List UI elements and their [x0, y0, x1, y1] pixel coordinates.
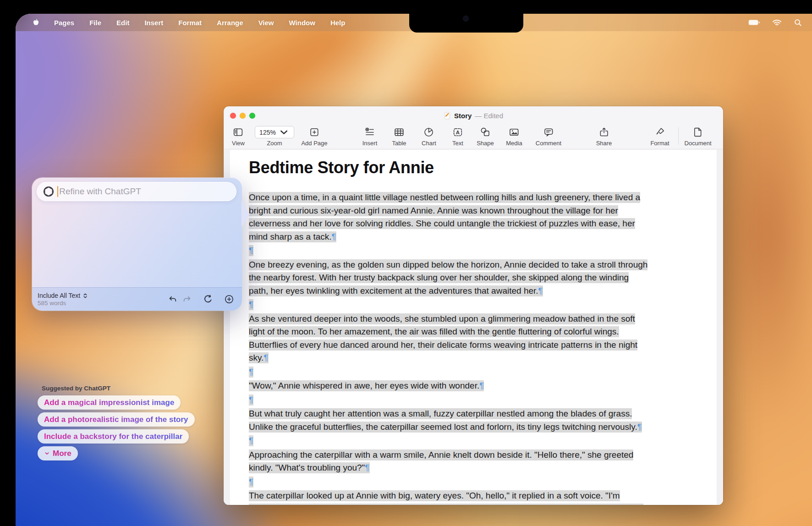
toolbar-label: Document [684, 140, 711, 147]
display-notch [409, 0, 523, 33]
document-body[interactable]: Once upon a time, in a quaint little vil… [249, 191, 694, 505]
suggestion-pill-3[interactable]: Include a backstory for the caterpillar [38, 429, 189, 444]
battery-icon[interactable] [748, 19, 760, 26]
include-all-text-label: Include All Text [38, 292, 80, 299]
toolbar-document-button[interactable]: Document [684, 126, 711, 147]
toolbar-label: Table [392, 140, 406, 147]
suggestion-text: Include a backstory for the caterpillar [44, 432, 182, 441]
paragraph[interactable]: "Wow," Annie whispered in awe, her eyes … [249, 379, 694, 393]
document-page[interactable]: Bedtime Story for Annie Once upon a time… [230, 150, 717, 505]
toolbar-text-button[interactable]: AText [452, 126, 464, 147]
suggestion-pill-2[interactable]: Add a photorealistic image of the story [38, 412, 195, 427]
document-name: Story [454, 112, 472, 120]
more-label: More [53, 449, 71, 458]
empty-paragraph-mark: ¶ [249, 366, 694, 379]
suggestion-text: Add a photorealistic image of the story [44, 415, 188, 424]
toolbar-comment-button[interactable]: Comment [536, 126, 561, 147]
empty-paragraph-mark: ¶ [249, 244, 694, 258]
wifi-icon[interactable] [772, 19, 782, 26]
toolbar-add-page-button[interactable]: Add Page [301, 126, 327, 147]
suggested-by-label: Suggested by ChatGPT [42, 385, 110, 392]
popup-footer: Include All Text 585 words [32, 287, 242, 311]
toolbar: View125%ZoomAdd PageInsertTableChartATex… [224, 125, 723, 149]
media-icon [508, 126, 520, 138]
spotlight-search-icon[interactable] [794, 18, 802, 27]
table-icon [393, 126, 405, 138]
document-canvas: Bedtime Story for Annie Once upon a time… [224, 150, 723, 505]
document-heading[interactable]: Bedtime Story for Annie [249, 158, 694, 177]
toolbar-media-button[interactable]: Media [506, 126, 522, 147]
more-suggestions-button[interactable]: More [38, 446, 78, 460]
menu-item-window[interactable]: Window [289, 19, 315, 27]
toolbar-table-button[interactable]: Table [392, 126, 406, 147]
retry-icon[interactable] [203, 295, 213, 304]
paragraph[interactable]: Once upon a time, in a quaint little vil… [249, 191, 694, 243]
toolbar-insert-button[interactable]: Insert [362, 126, 378, 147]
paragraph[interactable]: But what truly caught her attention was … [249, 407, 694, 433]
menu-status-icons [748, 18, 802, 27]
pages-doc-icon [444, 111, 451, 120]
pie-chart-icon [423, 126, 434, 138]
empty-paragraph-mark: ¶ [249, 434, 694, 448]
paragraph[interactable]: Approaching the caterpillar with a warm … [249, 449, 694, 475]
pages-window: Story — Edited View125%ZoomAdd PageInser… [224, 106, 723, 505]
paragraph[interactable]: As she ventured deeper into the woods, s… [249, 312, 694, 365]
toolbar-label: Comment [536, 140, 561, 147]
add-icon[interactable] [225, 295, 234, 304]
menu-item-arrange[interactable]: Arrange [217, 19, 243, 27]
undo-icon[interactable] [168, 295, 177, 304]
refine-text-input[interactable] [59, 186, 230, 197]
format-brush-icon [654, 126, 665, 138]
paragraph[interactable]: One breezy evening, as the golden sun di… [249, 258, 694, 298]
menu-item-format[interactable]: Format [178, 19, 202, 27]
document-icon [692, 126, 704, 138]
refine-input-field[interactable] [37, 182, 236, 201]
shape-icon [480, 126, 491, 138]
sidebar-icon [232, 126, 244, 138]
toolbar-label: Shape [477, 140, 494, 147]
window-titlebar[interactable]: Story — Edited [224, 106, 723, 125]
menu-item-pages[interactable]: Pages [54, 19, 74, 27]
svg-text:A: A [456, 130, 460, 135]
menu-item-help[interactable]: Help [330, 19, 346, 27]
toolbar-divider [678, 127, 679, 145]
menu-item-edit[interactable]: Edit [116, 19, 129, 27]
toolbar-zoom-button[interactable]: 125%Zoom [255, 126, 294, 147]
toolbar-label: Media [506, 140, 522, 147]
paragraph[interactable]: The caterpillar looked up at Annie with … [249, 489, 694, 505]
toolbar-format-button[interactable]: Format [650, 126, 669, 147]
zoom-level-dropdown[interactable]: 125% [255, 126, 294, 138]
suggestion-pill-1[interactable]: Add a magical impressionist image [38, 395, 181, 410]
menu-item-insert[interactable]: Insert [144, 19, 163, 27]
toolbar-chart-button[interactable]: Chart [422, 126, 436, 147]
insert-icon [364, 126, 375, 138]
empty-paragraph-mark: ¶ [249, 298, 694, 312]
toolbar-label: Insert [362, 140, 378, 147]
window-title: Story — Edited [224, 106, 723, 125]
toolbar-label: Share [596, 140, 612, 147]
document-edited-status: — Edited [475, 112, 503, 120]
toolbar-label: Add Page [301, 140, 327, 147]
redo-icon[interactable] [182, 295, 192, 304]
empty-paragraph-mark: ¶ [249, 476, 694, 489]
toolbar-label: Zoom [267, 140, 282, 147]
toolbar-label: Chart [422, 140, 436, 147]
apple-menu-icon[interactable] [32, 18, 40, 27]
scope-updown-icon [82, 293, 88, 299]
menu-item-view[interactable]: View [258, 19, 274, 27]
chatgpt-refine-popup: Suggested by ChatGPT Add a magical impre… [32, 178, 242, 311]
toolbar-shape-button[interactable]: Shape [477, 126, 494, 147]
add-page-icon [308, 126, 320, 138]
chatgpt-logo-icon [43, 186, 55, 197]
toolbar-label: View [232, 140, 245, 147]
share-icon [598, 126, 609, 138]
menu-item-file[interactable]: File [89, 19, 101, 27]
toolbar-share-button[interactable]: Share [596, 126, 612, 147]
zoom-level-value: 125% [259, 129, 276, 136]
text-box-icon: A [452, 126, 464, 138]
suggestion-pills: Add a magical impressionist imageAdd a p… [38, 395, 195, 460]
toolbar-view-button[interactable]: View [232, 126, 245, 147]
include-all-text-selector[interactable]: Include All Text [38, 292, 88, 299]
comment-icon [543, 126, 554, 138]
toolbar-label: Text [452, 140, 463, 147]
